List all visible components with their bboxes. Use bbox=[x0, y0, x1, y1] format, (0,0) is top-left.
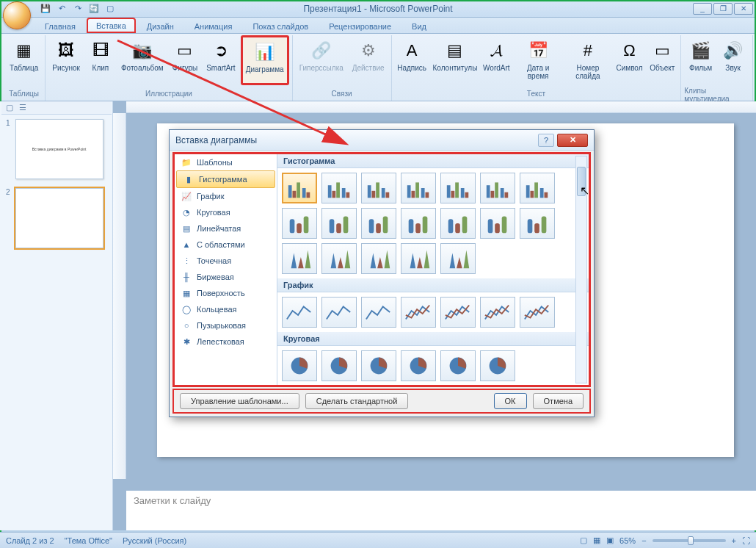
slide-thumb-1[interactable]: 1 Вставка диаграмм в PowerPoint bbox=[6, 119, 106, 181]
svg-rect-11 bbox=[368, 185, 371, 198]
svg-rect-9 bbox=[342, 188, 346, 198]
chart-option[interactable] bbox=[401, 243, 436, 274]
ribbon-SmartArt-button[interactable]: ➲SmartArt bbox=[203, 35, 239, 85]
category-list[interactable]: 📁Шаблоны▮Гистограмма📈График◔Круговая▤Лин… bbox=[175, 154, 277, 385]
ribbon-Дата и время-button[interactable]: 📅Дата и время bbox=[514, 35, 562, 85]
chart-option[interactable] bbox=[361, 297, 396, 328]
chart-option[interactable] bbox=[321, 297, 357, 328]
view-sorter-icon[interactable]: ▦ bbox=[593, 536, 600, 545]
chart-option[interactable] bbox=[401, 173, 436, 203]
ribbon-Фигуры-button[interactable]: ▭Фигуры bbox=[169, 35, 201, 85]
chart-option[interactable] bbox=[480, 173, 515, 203]
scrollbar-thumb[interactable] bbox=[577, 167, 586, 196]
slide-thumb-2[interactable]: 2 bbox=[6, 188, 106, 250]
chart-option[interactable] bbox=[520, 297, 555, 328]
chart-option[interactable] bbox=[440, 297, 476, 328]
svg-rect-29 bbox=[501, 188, 504, 198]
chart-option[interactable] bbox=[282, 243, 317, 274]
dialog-close-button[interactable]: ✕ bbox=[557, 134, 588, 147]
office-button[interactable] bbox=[3, 1, 31, 29]
zoom-in-button[interactable]: + bbox=[732, 536, 736, 545]
status-language[interactable]: Русский (Россия) bbox=[123, 536, 186, 545]
ok-button[interactable]: ОК bbox=[494, 393, 527, 409]
chart-option[interactable] bbox=[440, 350, 476, 381]
chart-option[interactable] bbox=[282, 173, 317, 203]
svg-rect-47 bbox=[423, 217, 428, 234]
chart-option[interactable] bbox=[282, 297, 317, 328]
zoom-slider[interactable] bbox=[653, 539, 726, 542]
category-Поверхность[interactable]: ▦Поверхность bbox=[175, 285, 277, 301]
category-Гистограмма[interactable]: ▮Гистограмма bbox=[176, 170, 275, 188]
cancel-button[interactable]: Отмена bbox=[533, 393, 584, 409]
chart-option[interactable] bbox=[321, 173, 357, 203]
svg-rect-26 bbox=[487, 185, 490, 198]
chart-option[interactable] bbox=[361, 173, 396, 203]
ribbon-Надпись-button[interactable]: AНадпись bbox=[395, 35, 429, 85]
chart-option[interactable] bbox=[480, 350, 515, 381]
dialog-titlebar[interactable]: Вставка диаграммы ? ✕ bbox=[170, 130, 594, 151]
slides-view-icon[interactable]: ☰ bbox=[19, 103, 26, 112]
chart-option[interactable] bbox=[480, 208, 515, 239]
category-График[interactable]: 📈График bbox=[175, 188, 277, 204]
ribbon-Фотоальбом-button[interactable]: 📷Фотоальбом bbox=[117, 35, 167, 85]
ribbon-Объект-button[interactable]: ▭Объект bbox=[647, 35, 677, 85]
view-normal-icon[interactable]: ▢ bbox=[580, 536, 587, 545]
chart-option[interactable] bbox=[282, 208, 317, 239]
chart-option[interactable] bbox=[440, 243, 476, 274]
chart-option[interactable] bbox=[480, 297, 515, 328]
zoom-percent[interactable]: 65% bbox=[619, 536, 636, 545]
category-Шаблоны[interactable]: 📁Шаблоны bbox=[175, 154, 277, 170]
chart-option[interactable] bbox=[440, 208, 476, 239]
zoom-slider-thumb[interactable] bbox=[688, 536, 694, 545]
set-default-button[interactable]: Сделать стандартной bbox=[305, 393, 409, 409]
ribbon-Символ-button[interactable]: ΩСимвол bbox=[614, 35, 646, 85]
category-Точечная[interactable]: ⋮Точечная bbox=[175, 253, 277, 269]
category-С областями[interactable]: ▲С областями bbox=[175, 237, 277, 253]
Действие-icon: ⚙ bbox=[357, 39, 380, 62]
manage-templates-button[interactable]: Управление шаблонами... bbox=[180, 393, 299, 409]
category-Круговая[interactable]: ◔Круговая bbox=[175, 204, 277, 220]
category-Линейчатая[interactable]: ▤Линейчатая bbox=[175, 220, 277, 237]
zoom-out-button[interactable]: − bbox=[641, 536, 646, 545]
ribbon-Диаграмма-button[interactable]: 📊Диаграмма bbox=[241, 35, 289, 85]
slide-panel[interactable]: 1 Вставка диаграмм в PowerPoint 2 bbox=[0, 101, 113, 530]
chart-option[interactable] bbox=[401, 208, 436, 239]
chart-option[interactable] bbox=[321, 350, 357, 381]
category-icon: ○ bbox=[181, 320, 192, 331]
category-Биржевая[interactable]: ╫Биржевая bbox=[175, 269, 277, 285]
ribbon-Номер слайда-button[interactable]: #Номер слайда bbox=[564, 35, 612, 85]
gallery-scrollbar[interactable] bbox=[575, 156, 587, 383]
chart-option[interactable] bbox=[520, 173, 555, 203]
chart-option[interactable] bbox=[440, 173, 476, 203]
ribbon-group-label: Таблицы bbox=[9, 88, 39, 99]
category-Пузырьковая[interactable]: ○Пузырьковая bbox=[175, 317, 277, 334]
view-slideshow-icon[interactable]: ▣ bbox=[606, 536, 614, 545]
dialog-help-button[interactable]: ? bbox=[538, 134, 554, 147]
category-Лепестковая[interactable]: ✱Лепестковая bbox=[175, 334, 277, 350]
svg-rect-33 bbox=[534, 182, 538, 198]
chart-option[interactable] bbox=[520, 208, 555, 239]
chart-gallery[interactable]: ГистограммаГрафикКруговая bbox=[277, 154, 589, 385]
svg-rect-55 bbox=[534, 223, 539, 233]
category-Кольцевая[interactable]: ◯Кольцевая bbox=[175, 301, 277, 317]
chart-option[interactable] bbox=[282, 350, 317, 381]
outline-view-icon[interactable]: ▢ bbox=[6, 103, 13, 112]
ribbon-Таблица-button[interactable]: ▦Таблица bbox=[6, 35, 42, 85]
chart-option[interactable] bbox=[361, 243, 396, 274]
chart-option[interactable] bbox=[321, 243, 357, 274]
ribbon-WordArt-button[interactable]: 𝓐WordArt bbox=[480, 35, 512, 85]
chart-option[interactable] bbox=[361, 208, 396, 239]
ribbon-Рисунок-button[interactable]: 🖼Рисунок bbox=[48, 35, 84, 85]
ribbon-group-label: Текст bbox=[527, 88, 545, 99]
WordArt-icon: 𝓐 bbox=[484, 39, 508, 62]
chart-option[interactable] bbox=[401, 350, 436, 381]
ribbon-Колонтитулы-button[interactable]: ▤Колонтитулы bbox=[431, 35, 479, 85]
fit-to-window-button[interactable]: ⛶ bbox=[742, 536, 750, 545]
ribbon-Фильм-button[interactable]: 🎬Фильм bbox=[686, 35, 716, 85]
chart-option[interactable] bbox=[401, 297, 436, 328]
ribbon-Клип-button[interactable]: 🎞Клип bbox=[85, 35, 116, 85]
ribbon-Звук-button[interactable]: 🔊Звук bbox=[718, 35, 749, 85]
chart-option[interactable] bbox=[361, 350, 396, 381]
notes-pane[interactable]: Заметки к слайду bbox=[126, 488, 756, 530]
chart-option[interactable] bbox=[321, 208, 357, 239]
